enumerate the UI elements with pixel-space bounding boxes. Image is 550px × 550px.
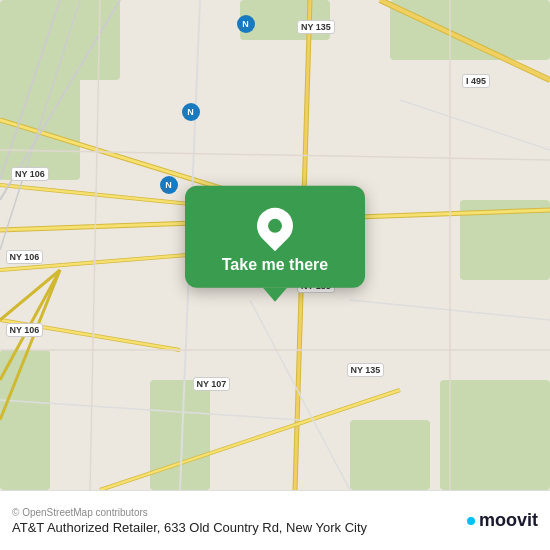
road-label-ny135-bot: NY 135 — [347, 363, 385, 377]
moovit-logo: moovit — [467, 510, 538, 531]
road-label-i495: I 495 — [462, 74, 490, 88]
pin-inner — [265, 216, 285, 236]
svg-rect-2 — [0, 60, 80, 180]
road-label-ny106-bot: NY 106 — [6, 323, 44, 337]
moovit-dot-icon — [467, 517, 475, 525]
route-label-n-mid1: N — [182, 103, 200, 121]
bottom-bar: © OpenStreetMap contributors AT&T Author… — [0, 490, 550, 550]
road-label-ny107: NY 107 — [193, 377, 231, 391]
pin-icon-wrapper — [253, 204, 297, 248]
svg-rect-7 — [0, 350, 50, 490]
svg-rect-3 — [390, 0, 550, 60]
osm-attribution: © OpenStreetMap contributors — [12, 507, 367, 518]
moovit-wordmark: moovit — [479, 510, 538, 531]
road-label-ny106-mid: NY 106 — [6, 250, 44, 264]
take-me-there-card[interactable]: Take me there — [185, 186, 365, 288]
svg-rect-4 — [440, 380, 550, 490]
road-label-ny106-top: NY 106 — [11, 167, 49, 181]
route-label-n-mid2: N — [160, 176, 178, 194]
location-name: AT&T Authorized Retailer, 633 Old Countr… — [12, 520, 367, 535]
road-label-ny135-top: NY 135 — [297, 20, 335, 34]
location-pin-icon — [250, 200, 301, 251]
location-info: © OpenStreetMap contributors AT&T Author… — [12, 507, 367, 535]
take-me-there-label: Take me there — [222, 256, 328, 274]
map-area: NY 135 NY 135 NY 135 NY 106 NY 106 NY 10… — [0, 0, 550, 490]
route-label-n-top: N — [237, 15, 255, 33]
svg-rect-5 — [350, 420, 430, 490]
